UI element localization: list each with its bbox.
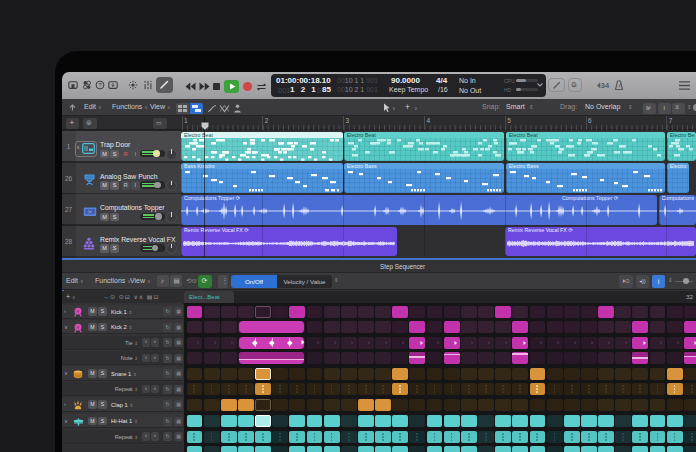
svg-text:?: ? [98, 81, 102, 88]
